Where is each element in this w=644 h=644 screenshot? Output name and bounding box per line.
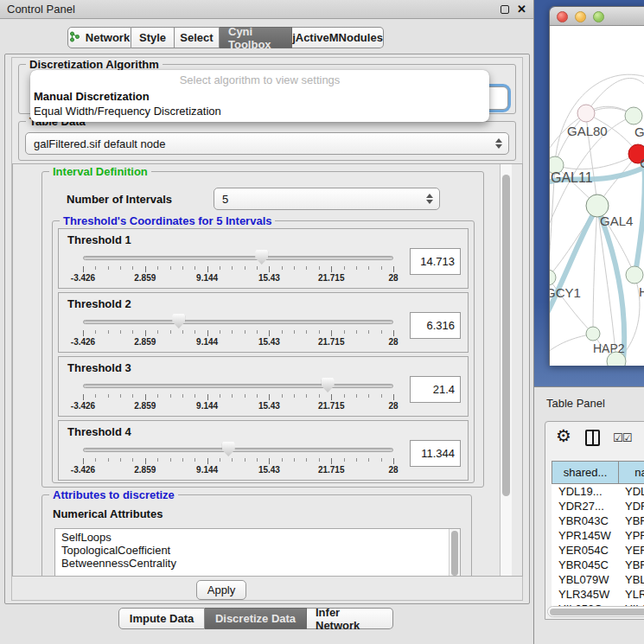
cell[interactable]: YBR0 (618, 558, 644, 572)
threshold-slider[interactable]: -3.426 2.859 9.144 15.43 21.715 28 (83, 229, 393, 290)
dropdown-option-manual[interactable]: Manual Discretization (30, 89, 489, 104)
slider-track[interactable] (83, 384, 393, 388)
slider-track[interactable] (83, 448, 393, 452)
slider-handle[interactable] (172, 314, 185, 328)
table-data-selected: galFiltered.sif default node (34, 137, 165, 150)
tick-label: 9.144 (196, 273, 218, 283)
column-layout-icon[interactable] (585, 430, 600, 446)
threshold-slider[interactable]: -3.426 2.859 9.144 15.43 21.715 28 (83, 357, 393, 418)
settings-scrollbar[interactable] (500, 164, 512, 576)
tab-jactivemnodules[interactable]: jActiveMNodules (292, 27, 384, 48)
table-row[interactable]: YER054CYER0 (552, 543, 644, 558)
cell[interactable]: YLR345W (552, 587, 618, 602)
checkbox-columns-icon[interactable]: ☑☑ (613, 431, 631, 444)
top-tab-bar: Network Style Select Cyni Toolbox jActiv… (67, 27, 384, 48)
threshold-value-field[interactable]: 21.4 (410, 376, 461, 403)
table-hscrollbar-thumb[interactable] (550, 609, 644, 615)
dropdown-option-equal-width[interactable]: Equal Width/Frequency Discretization (30, 104, 489, 118)
list-item[interactable]: SelfLoops (55, 531, 460, 544)
table-row[interactable]: YBR043CYBR0 (552, 513, 644, 528)
cell[interactable]: YLR3 (618, 587, 644, 602)
column-header-shared[interactable]: shared... (552, 462, 619, 483)
tab-cyni-toolbox[interactable]: Cyni Toolbox (220, 27, 292, 48)
node-gcy1[interactable] (550, 270, 556, 285)
list-item[interactable]: BetweennessCentrality (55, 557, 460, 570)
tick-label: 2.859 (134, 337, 156, 347)
table-horizontal-scrollbar[interactable] (547, 606, 644, 617)
tab-network[interactable]: Network (67, 27, 131, 48)
slider-track[interactable] (83, 256, 393, 260)
node-label: HAP2 (593, 341, 625, 355)
close-traffic-light[interactable] (557, 11, 568, 22)
algorithm-group-title: Discretization Algorithm (26, 58, 163, 71)
table-rows: YDL19...YDL1 YDR27...YDR2 YBR043CYBR0 YP… (552, 484, 644, 616)
tab-style[interactable]: Style (131, 27, 175, 48)
float-window-icon[interactable] (501, 5, 509, 14)
stepper-arrows-icon (495, 138, 502, 149)
tab-select[interactable]: Select (175, 27, 220, 48)
control-panel-titlebar: Control Panel ✕ (0, 0, 533, 19)
cell[interactable]: YPR145W (552, 528, 618, 543)
threshold-slider[interactable]: -3.426 2.859 9.144 15.43 21.715 28 (83, 293, 393, 354)
tab-infer-network[interactable]: Infer Network (307, 608, 393, 629)
list-scrollbar[interactable] (449, 529, 460, 577)
settings-scrollbar-thumb[interactable] (502, 175, 510, 496)
table-row[interactable]: YBR045CYBR0 (552, 558, 644, 572)
network-canvas[interactable]: GAL80 GA C GAL11 GAL4 GCY1 H HAP2 (550, 26, 644, 366)
slider-handle[interactable] (322, 378, 335, 392)
tick-label: 28 (388, 401, 398, 411)
cell[interactable]: YBR0 (618, 513, 644, 528)
minimize-traffic-light[interactable] (575, 11, 586, 22)
cell[interactable]: YDR27... (552, 499, 618, 513)
tab-discretize-data[interactable]: Discretize Data (205, 608, 307, 629)
threshold-panel: Threshold 3 -3.426 2.859 9.144 15.43 21.… (58, 356, 469, 417)
numerical-attributes-label: Numerical Attributes (53, 507, 163, 520)
list-scrollbar-thumb[interactable] (451, 531, 458, 576)
slider-ticks-major (83, 458, 394, 464)
cell[interactable]: YDL19... (552, 484, 618, 499)
cell[interactable]: YER0 (618, 543, 644, 558)
node-gal80[interactable] (577, 105, 595, 122)
cell[interactable]: YBR045C (552, 558, 618, 572)
cell[interactable]: YBR043C (552, 513, 618, 528)
node-hap2[interactable] (586, 327, 600, 341)
table-row[interactable]: YLR345WYLR3 (552, 587, 644, 602)
number-of-intervals-combobox[interactable]: 5 (214, 188, 440, 210)
table-row[interactable]: YPR145WYPR1 (552, 528, 644, 543)
column-header-name[interactable]: na (619, 462, 644, 483)
cell[interactable]: YER054C (552, 543, 618, 558)
threshold-value-field[interactable]: 11.344 (410, 440, 461, 467)
number-of-intervals-value: 5 (222, 193, 228, 206)
cell[interactable]: YBL079W (552, 572, 618, 587)
interval-definition-title: Interval Definition (49, 165, 151, 178)
table-row[interactable]: YDL19...YDL1 (552, 484, 644, 499)
network-window-titlebar[interactable] (550, 7, 644, 26)
gear-icon[interactable]: ⚙ (556, 425, 571, 446)
threshold-value-field[interactable]: 6.316 (410, 312, 461, 339)
list-item[interactable]: TopologicalCoefficient (55, 544, 460, 557)
zoom-traffic-light[interactable] (593, 11, 604, 22)
tick-label: 21.715 (318, 465, 345, 475)
slider-track[interactable] (83, 320, 393, 324)
close-icon[interactable]: ✕ (517, 5, 526, 14)
cell[interactable]: YDL1 (618, 484, 644, 499)
slider-handle[interactable] (255, 250, 268, 265)
node[interactable] (625, 107, 642, 124)
table-row[interactable]: YBL079WYBL0 (552, 572, 644, 587)
slider-tick-labels: -3.426 2.859 9.144 15.43 21.715 28 (83, 273, 393, 284)
threshold-slider[interactable]: -3.426 2.859 9.144 15.43 21.715 28 (83, 421, 393, 481)
cell[interactable]: YPR1 (618, 528, 644, 543)
tick-label: 21.715 (318, 337, 345, 347)
cell[interactable]: YDR2 (618, 499, 644, 513)
slider-handle[interactable] (222, 442, 235, 456)
network-icon (69, 31, 80, 45)
table-data-combobox[interactable]: galFiltered.sif default node (25, 132, 509, 155)
tab-impute-data[interactable]: Impute Data (118, 608, 205, 629)
threshold-value-field[interactable]: 14.713 (410, 248, 461, 275)
cell[interactable]: YBL0 (618, 572, 644, 587)
table-row[interactable]: YDR27...YDR2 (552, 499, 644, 513)
numerical-attributes-list[interactable]: SelfLoops TopologicalCoefficient Between… (54, 528, 461, 577)
tick-label: 28 (388, 337, 398, 347)
apply-button[interactable]: Apply (196, 580, 246, 600)
node[interactable] (626, 266, 643, 284)
